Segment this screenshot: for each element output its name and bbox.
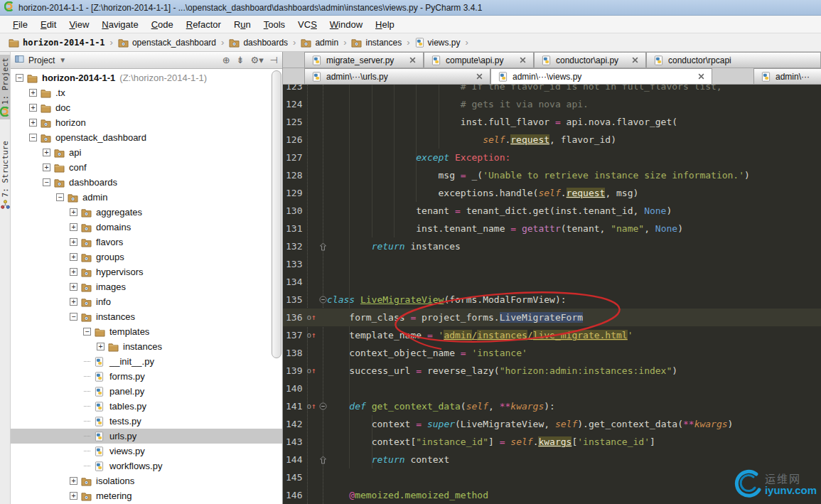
tree-item-tables-py[interactable]: tables.py xyxy=(11,399,282,414)
code-line-144[interactable]: 144 return context xyxy=(283,451,821,468)
editor-tab-admin-views-py[interactable]: admin\···\views.py xyxy=(490,68,712,84)
code-line-123[interactable]: 123 # If the flavor_id is not in full_fl… xyxy=(283,85,821,95)
code-line-127[interactable]: 127 except Exception: xyxy=(283,149,821,166)
menu-refactor[interactable]: Refactor xyxy=(181,17,227,32)
code-line-133[interactable]: 133 xyxy=(283,255,821,273)
expand-toggle[interactable]: + xyxy=(69,476,78,486)
menu-code[interactable]: Code xyxy=(146,17,179,32)
tree-item-__init__-py[interactable]: __init__.py xyxy=(11,354,282,369)
expand-toggle[interactable]: + xyxy=(28,118,38,127)
expand-toggle[interactable]: − xyxy=(69,312,78,321)
tree-item-templates[interactable]: −templates xyxy=(11,324,282,339)
code-line-134[interactable]: 134 xyxy=(283,273,821,291)
expand-toggle[interactable]: − xyxy=(28,133,38,142)
menu-run[interactable]: Run xyxy=(228,17,257,32)
editor-tab-admin-[interactable]: admin\··· xyxy=(753,68,821,84)
expand-toggle[interactable]: + xyxy=(69,252,78,262)
breadcrumb-item-admin[interactable]: admin xyxy=(298,36,341,49)
breadcrumb-item-instances[interactable]: instances xyxy=(348,36,404,49)
tree-item-admin[interactable]: −admin xyxy=(11,190,282,205)
menu-edit[interactable]: Edit xyxy=(35,17,62,32)
tree-item-domains[interactable]: +domains xyxy=(11,220,282,235)
expand-toggle[interactable]: + xyxy=(69,237,78,247)
code-line-126[interactable]: 126 self.request, flavor_id) xyxy=(283,131,821,149)
expand-toggle[interactable]: + xyxy=(42,163,51,172)
tree-item-hypervisors[interactable]: +hypervisors xyxy=(11,264,282,279)
expand-toggle[interactable]: + xyxy=(69,222,78,232)
code-line-138[interactable]: 138 context_object_name = 'instance' xyxy=(283,344,821,362)
menu-tools[interactable]: Tools xyxy=(258,17,291,32)
overrides-marker-icon[interactable]: o↑ xyxy=(304,331,318,340)
expand-toggle[interactable]: − xyxy=(15,73,24,82)
project-scrollbar-thumb[interactable] xyxy=(272,70,281,358)
expand-toggle[interactable]: − xyxy=(55,193,65,202)
tree-item-doc[interactable]: +doc xyxy=(11,100,282,115)
expand-toggle[interactable]: + xyxy=(42,148,51,157)
tree-item-flavors[interactable]: +flavors xyxy=(11,235,282,250)
tree-item-conf[interactable]: +conf xyxy=(11,160,282,175)
tree-item-instances[interactable]: −instances xyxy=(11,309,282,324)
close-icon[interactable] xyxy=(476,73,483,80)
code-line-143[interactable]: 143 context["instance_id"] = self.kwargs… xyxy=(283,433,821,451)
expand-toggle[interactable]: + xyxy=(96,342,105,351)
expand-toggle[interactable]: + xyxy=(28,103,38,112)
code-line-140[interactable]: 140 xyxy=(283,380,821,397)
code-line-128[interactable]: 128 msg = _('Unable to retrieve instance… xyxy=(283,166,821,184)
tree-item-api[interactable]: +api xyxy=(11,145,282,160)
tree-item-aggregates[interactable]: +aggregates xyxy=(11,205,282,220)
tree-item-urls-py[interactable]: urls.py xyxy=(11,429,282,444)
expand-toggle[interactable]: + xyxy=(69,208,78,217)
menu-file[interactable]: File xyxy=(7,17,33,32)
menu-navigate[interactable]: Navigate xyxy=(96,17,144,32)
close-icon[interactable] xyxy=(632,57,638,63)
code-line-131[interactable]: 131 inst.tenant_name = getattr(tenant, "… xyxy=(283,220,821,237)
close-icon[interactable] xyxy=(409,57,416,63)
code-line-124[interactable]: 124 # gets it via nova api. xyxy=(283,95,821,113)
code-line-139[interactable]: 139o↑ success_url = reverse_lazy("horizo… xyxy=(283,362,821,380)
close-icon[interactable] xyxy=(698,73,704,80)
editor-tab-conductor-rpcapi[interactable]: conductor\rpcapi xyxy=(646,52,821,68)
code-line-125[interactable]: 125 inst.full_flavor = api.nova.flavor_g… xyxy=(283,113,821,131)
tree-item-groups[interactable]: +groups xyxy=(11,250,282,264)
tree-item-info[interactable]: +info xyxy=(11,294,282,309)
breadcrumb-item-views-py[interactable]: views.py xyxy=(412,36,463,49)
expand-toggle[interactable]: − xyxy=(42,178,51,187)
code-line-137[interactable]: 137o↑ template_name = 'admin/instances/l… xyxy=(283,326,821,344)
code-line-129[interactable]: 129 exceptions.handle(self.request, msg) xyxy=(283,184,821,202)
expand-toggle[interactable]: − xyxy=(82,327,92,336)
expand-toggle[interactable]: + xyxy=(69,297,78,306)
overrides-marker-icon[interactable]: o↑ xyxy=(304,313,318,322)
close-icon[interactable] xyxy=(520,57,526,63)
menu-help[interactable]: Help xyxy=(370,17,400,32)
hide-panel-icon[interactable]: ⊣ xyxy=(270,55,278,65)
expand-toggle[interactable]: + xyxy=(28,88,38,97)
code-line-132[interactable]: 132 return instances xyxy=(283,237,821,255)
tree-item-horizon-2014-1-1[interactable]: −horizon-2014-1-1(Z:\horizon-2014-1-1) xyxy=(11,70,282,85)
tree-item-isolations[interactable]: +isolations xyxy=(11,473,282,488)
expand-toggle[interactable]: + xyxy=(69,491,78,500)
tool-button-7-structure[interactable]: 7: Structure xyxy=(1,138,10,211)
code-line-141[interactable]: 141o↑ def get_context_data(self, **kwarg… xyxy=(283,397,821,415)
menu-view[interactable]: View xyxy=(63,17,95,32)
editor-tab-admin-urls-py[interactable]: admin\···\urls.py xyxy=(304,68,490,84)
editor-tab-migrate_server-py[interactable]: migrate_server.py xyxy=(304,52,424,68)
breadcrumb-item-horizon-2014-1-1[interactable]: horizon-2014-1-1 xyxy=(6,36,108,49)
code-line-130[interactable]: 130 tenant = tenant_dict.get(inst.tenant… xyxy=(283,202,821,220)
tree-item-workflows-py[interactable]: workflows.py xyxy=(11,459,282,473)
expand-toggle[interactable]: + xyxy=(69,267,78,277)
tree-item-metering[interactable]: +metering xyxy=(11,488,282,503)
expand-toggle[interactable]: + xyxy=(69,282,78,291)
menu-vcs[interactable]: VCS xyxy=(292,17,323,32)
locate-icon[interactable]: ⊕ xyxy=(222,55,230,65)
fold-collapse-icon[interactable] xyxy=(318,296,327,304)
code-line-136[interactable]: 136o↑ form_class = project_forms.LiveMig… xyxy=(283,309,821,326)
code-line-142[interactable]: 142 context = super(LiveMigrateView, sel… xyxy=(283,415,821,433)
tree-item-panel-py[interactable]: panel.py xyxy=(11,384,282,399)
editor-tab-compute-api-py[interactable]: compute\api.py xyxy=(424,52,534,68)
tool-button-1-project[interactable]: 1: Project xyxy=(0,55,10,119)
overrides-marker-icon[interactable]: o↑ xyxy=(304,402,318,411)
fold-collapse-icon[interactable] xyxy=(318,402,327,410)
tree-item-instances[interactable]: +instances xyxy=(11,339,282,354)
tree-item-tests-py[interactable]: tests.py xyxy=(11,414,282,429)
code-editor[interactable]: 123 # If the flavor_id is not in full_fl… xyxy=(283,85,821,504)
